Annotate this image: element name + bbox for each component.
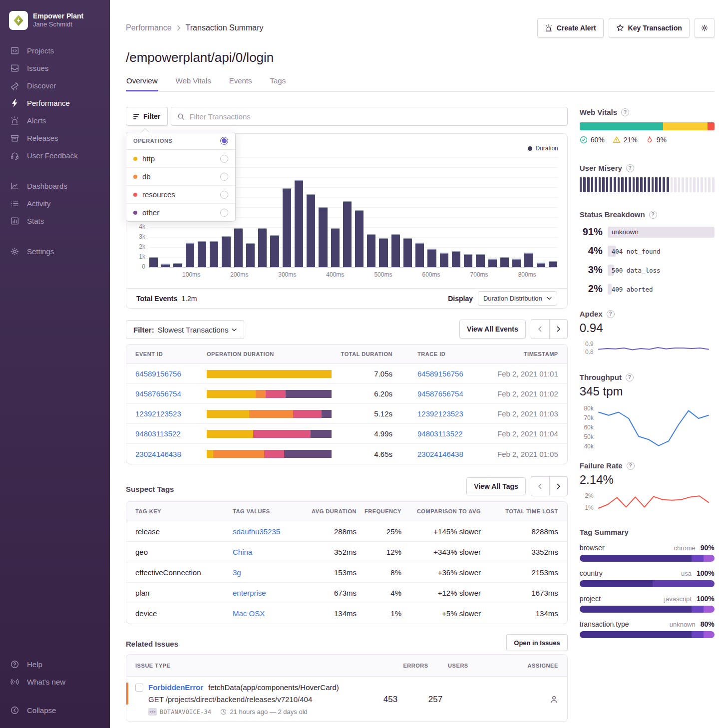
display-select[interactable]: Duration Distribution — [478, 291, 557, 306]
create-alert-button[interactable]: Create Alert — [537, 18, 604, 38]
sidebar: Empower Plant Jane Schmidt Projects Issu… — [0, 0, 110, 728]
tab-tags[interactable]: Tags — [270, 76, 287, 91]
sidebar-item-releases[interactable]: Releases — [0, 129, 110, 147]
event-id-link[interactable]: 64589156756 — [135, 369, 207, 378]
sidebar-item-settings[interactable]: Settings — [0, 243, 110, 260]
tag-value-link[interactable]: enterprise — [233, 589, 310, 597]
operation-item-http[interactable]: http — [126, 150, 235, 168]
trace-id-link[interactable]: 94803113522 — [392, 429, 463, 438]
question-icon[interactable]: ? — [607, 310, 615, 318]
person-icon — [550, 695, 558, 704]
sidebar-item-user-feedback[interactable]: User Feedback — [0, 147, 110, 164]
search-input[interactable] — [189, 112, 561, 121]
pager-prev-button[interactable] — [531, 320, 549, 339]
sidebar-item-dashboards[interactable]: Dashboards — [0, 177, 110, 195]
throughput-chart: 80k70k60k50k40k — [580, 404, 715, 450]
sidebar-item-discover[interactable]: Discover — [0, 77, 110, 94]
event-id-link[interactable]: 23024146438 — [135, 450, 207, 458]
question-icon[interactable]: ? — [649, 211, 657, 219]
trace-id-link[interactable]: 64589156756 — [392, 369, 463, 378]
chevron-left-icon — [538, 326, 542, 332]
sidebar-item-activity[interactable]: Activity — [0, 195, 110, 212]
question-icon[interactable]: ? — [627, 462, 635, 470]
chevron-right-icon — [177, 25, 181, 31]
key-transaction-button[interactable]: Key Transaction — [609, 18, 690, 38]
question-icon[interactable]: ? — [626, 164, 634, 172]
sidebar-item-whats-new[interactable]: What's new — [0, 673, 110, 691]
page-title: /empowerplant/api/0/login — [126, 50, 715, 65]
filter-lines-icon — [133, 114, 139, 119]
nav-primary: Projects Issues Discover Performance Ale… — [0, 42, 110, 164]
apdex-value: 0.94 — [580, 321, 715, 335]
throughput-value: 345 tpm — [580, 384, 715, 398]
operations-dropdown-header[interactable]: OPERATIONS — [126, 132, 235, 150]
resources-radio[interactable] — [220, 191, 228, 199]
http-radio[interactable] — [220, 155, 228, 163]
sidebar-item-projects[interactable]: Projects — [0, 42, 110, 59]
open-in-issues-button[interactable]: Open in Issues — [506, 634, 567, 651]
search-icon — [177, 113, 185, 120]
issue-checkbox[interactable] — [135, 684, 143, 692]
web-vitals-stats: 60% 21% 9% — [580, 136, 715, 144]
tab-overview[interactable]: Overview — [126, 76, 158, 91]
trace-id-link[interactable]: 23024146438 — [392, 450, 463, 458]
chevron-down-icon — [232, 328, 237, 332]
filter-button[interactable]: Filter — [126, 107, 168, 126]
sidebar-item-alerts[interactable]: Alerts — [0, 112, 110, 129]
event-row: 94587656754 6.20s 94587656754 Feb 2, 202… — [126, 384, 567, 404]
trace-id-link[interactable]: 12392123523 — [392, 409, 463, 418]
pager-next-button[interactable] — [549, 320, 567, 339]
chevron-right-icon — [556, 326, 561, 332]
event-id-link[interactable]: 12392123523 — [135, 409, 207, 418]
tags-pager — [531, 476, 568, 496]
operation-item-db[interactable]: db — [126, 168, 235, 186]
total-events: Total Events1.2m — [136, 295, 197, 303]
assignee-button[interactable] — [468, 695, 558, 704]
question-icon[interactable]: ? — [621, 108, 629, 116]
chevron-down-icon — [547, 297, 552, 300]
org-switcher[interactable]: Empower Plant Jane Schmidt — [0, 7, 110, 37]
tab-events[interactable]: Events — [229, 76, 253, 91]
other-radio[interactable] — [220, 209, 228, 217]
tag-value-link[interactable]: sdaufhu35235 — [233, 527, 310, 536]
tag-distribution-bar — [580, 555, 715, 562]
tag-value-link[interactable]: China — [233, 548, 310, 556]
sidebar-item-help[interactable]: Help — [0, 656, 110, 673]
sidebar-item-collapse[interactable]: Collapse — [0, 702, 110, 719]
sidebar-item-stats[interactable]: Stats — [0, 212, 110, 230]
tab-web-vitals[interactable]: Web Vitals — [175, 76, 212, 91]
event-id-link[interactable]: 94587656754 — [135, 389, 207, 398]
tab-bar: Overview Web Vitals Events Tags — [126, 76, 715, 92]
search-box[interactable] — [171, 107, 568, 126]
sidebar-item-issues[interactable]: Issues — [0, 59, 110, 77]
error-type-link[interactable]: ForbiddenError — [148, 683, 203, 692]
suspect-tags-heading: Suspect Tags — [126, 485, 174, 496]
org-name: Empower Plant — [33, 12, 83, 21]
operation-item-resources[interactable]: resources — [126, 186, 235, 204]
breadcrumb-performance[interactable]: Performance — [126, 23, 172, 32]
view-all-tags-button[interactable]: View All Tags — [466, 477, 525, 495]
question-icon[interactable]: ? — [626, 373, 634, 381]
star-icon — [616, 24, 624, 32]
issue-errors-count: 453 — [383, 695, 428, 705]
pager-next-button[interactable] — [549, 477, 567, 496]
projects-icon — [10, 46, 19, 55]
breadcrumb-transaction-summary: Transaction Summary — [186, 23, 264, 32]
tag-value-link[interactable]: 3g — [233, 568, 310, 577]
events-table: EVENT ID OPERATION DURATION TOTAL DURATI… — [126, 344, 568, 464]
sidebar-item-performance[interactable]: Performance — [0, 94, 110, 112]
event-id-link[interactable]: 94803113522 — [135, 429, 207, 438]
trace-id-link[interactable]: 94587656754 — [392, 389, 463, 398]
clock-icon — [220, 709, 227, 715]
settings-button[interactable] — [695, 18, 715, 38]
tag-value-link[interactable]: Mac OSX — [233, 609, 310, 618]
pager-prev-button[interactable] — [531, 477, 549, 496]
operations-radio-selected[interactable] — [220, 137, 228, 145]
view-all-events-button[interactable]: View All Events — [459, 320, 526, 339]
tag-summary-row: transaction.type unknown 80% — [580, 620, 715, 638]
chevron-left-icon — [538, 483, 542, 489]
db-radio[interactable] — [220, 173, 228, 181]
events-filter-select[interactable]: Filter: Slowest Transactions — [126, 320, 244, 339]
stats-icon — [10, 216, 19, 226]
operation-item-other[interactable]: other — [126, 204, 235, 221]
